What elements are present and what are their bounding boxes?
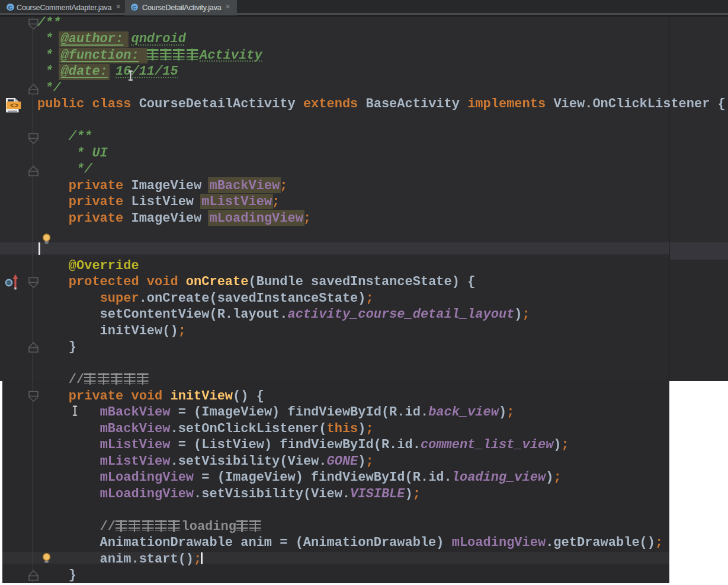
svg-text:<>: <> (10, 102, 18, 110)
